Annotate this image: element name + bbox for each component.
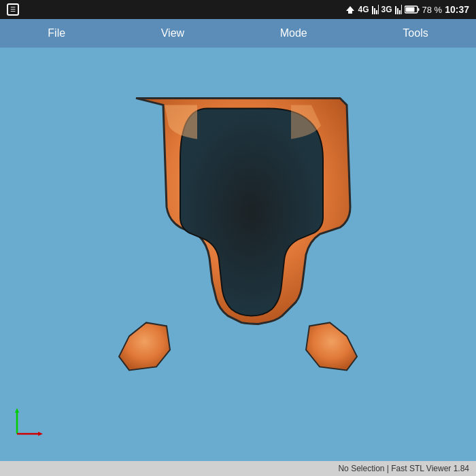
phone-container: ☰ 4G 3G	[0, 0, 476, 476]
menu-item-mode[interactable]: Mode	[267, 22, 321, 45]
notification-icon: ☰	[7, 3, 19, 16]
status-bar: ☰ 4G 3G	[0, 0, 476, 19]
axes-indicator	[10, 407, 44, 441]
svg-marker-0	[346, 6, 354, 14]
svg-marker-13	[15, 408, 19, 413]
signal-3g-bar	[395, 5, 402, 14]
svg-rect-10	[418, 8, 419, 11]
signal-3g: 3G	[381, 5, 392, 14]
status-bar-bottom: No Selection | Fast STL Viewer 1.84	[0, 461, 476, 476]
canvas-area[interactable]	[0, 48, 476, 461]
3d-object	[109, 84, 367, 411]
signal-4g: 4G	[358, 5, 369, 14]
svg-rect-3	[376, 10, 377, 14]
svg-rect-7	[399, 10, 401, 14]
svg-rect-8	[401, 5, 402, 14]
svg-rect-5	[395, 6, 396, 14]
clock: 10:37	[445, 4, 469, 15]
battery-icon	[405, 5, 420, 14]
wifi-icon	[345, 5, 356, 14]
signal-4g-bar	[372, 5, 379, 14]
menu-item-tools[interactable]: Tools	[389, 22, 441, 45]
menu-bar: File View Mode Tools	[0, 19, 476, 48]
menu-item-view[interactable]: View	[148, 22, 198, 45]
status-text: No Selection | Fast STL Viewer 1.84	[338, 464, 469, 473]
svg-rect-4	[378, 5, 379, 14]
svg-rect-2	[374, 8, 375, 14]
status-bar-left: ☰	[7, 3, 19, 16]
svg-rect-6	[397, 8, 398, 14]
battery-percent: 78 %	[422, 5, 443, 15]
svg-rect-1	[372, 6, 373, 14]
status-bar-right: 4G 3G 78 % 10:37	[345, 4, 469, 15]
svg-rect-11	[405, 7, 414, 12]
menu-item-file[interactable]: File	[34, 22, 79, 45]
svg-marker-15	[38, 432, 43, 436]
